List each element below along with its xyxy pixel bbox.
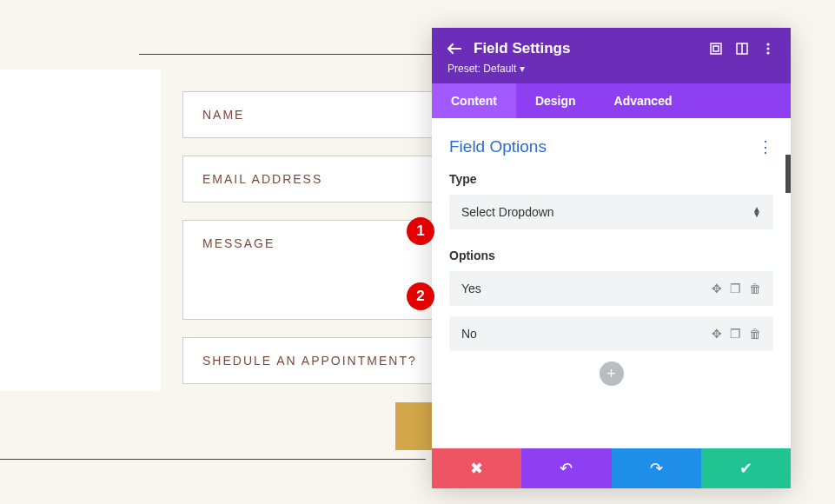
undo-button[interactable]: ↶ [521, 448, 611, 488]
type-select[interactable]: Select Dropdown ▲▼ [449, 195, 773, 229]
type-label: Type [449, 172, 773, 186]
option-label: Yes [461, 282, 712, 295]
callout-1: 1 [407, 217, 434, 245]
tab-content[interactable]: Content [432, 83, 516, 118]
section-menu-icon[interactable]: ⋮ [758, 137, 773, 156]
divider-bottom [0, 459, 426, 460]
svg-point-4 [766, 43, 769, 45]
add-option-button[interactable]: + [600, 361, 624, 386]
option-row[interactable]: No ✥ ❐ 🗑 [449, 316, 773, 351]
panel-header: Field Settings Preset: Default ▾ [432, 28, 791, 83]
settings-panel: Field Settings Preset: Default ▾ Content… [432, 28, 791, 488]
svg-point-5 [766, 47, 769, 50]
back-icon[interactable] [447, 42, 461, 56]
preset-selector[interactable]: Preset: Default ▾ [447, 63, 775, 75]
svg-point-6 [766, 51, 769, 54]
cancel-button[interactable]: ✖ [432, 448, 521, 488]
submit-button-partial[interactable] [395, 402, 434, 450]
move-icon[interactable]: ✥ [712, 327, 722, 341]
panel-tabs: Content Design Advanced [432, 83, 791, 118]
svg-rect-1 [713, 46, 719, 51]
svg-rect-0 [711, 43, 721, 54]
layout-icon[interactable] [735, 42, 749, 56]
page-hero: sage abitasse nec. nunc leo. [0, 70, 161, 391]
tab-advanced[interactable]: Advanced [595, 83, 692, 118]
kebab-icon[interactable] [761, 42, 775, 56]
tab-design[interactable]: Design [516, 83, 595, 118]
save-button[interactable]: ✔ [701, 448, 791, 488]
scrollbar[interactable] [785, 155, 791, 193]
sort-arrows-icon: ▲▼ [752, 207, 761, 217]
delete-icon[interactable]: 🗑 [749, 327, 761, 341]
duplicate-icon[interactable]: ❐ [730, 327, 741, 341]
panel-body: Field Options ⋮ Type Select Dropdown ▲▼ … [432, 118, 791, 448]
delete-icon[interactable]: 🗑 [749, 282, 761, 295]
hero-text: abitasse nec. nunc leo. [0, 239, 143, 281]
options-label: Options [449, 249, 773, 262]
type-value: Select Dropdown [461, 205, 554, 219]
section-title: Field Options [449, 137, 547, 156]
option-row[interactable]: Yes ✥ ❐ 🗑 [449, 271, 773, 306]
duplicate-icon[interactable]: ❐ [730, 282, 741, 295]
hero-title: sage [0, 96, 143, 143]
move-icon[interactable]: ✥ [712, 282, 722, 295]
option-label: No [461, 327, 712, 341]
panel-title: Field Settings [474, 40, 697, 57]
panel-footer: ✖ ↶ ↷ ✔ [432, 448, 791, 488]
redo-button[interactable]: ↷ [612, 448, 701, 488]
expand-icon[interactable] [709, 42, 723, 56]
callout-2: 2 [407, 282, 434, 310]
